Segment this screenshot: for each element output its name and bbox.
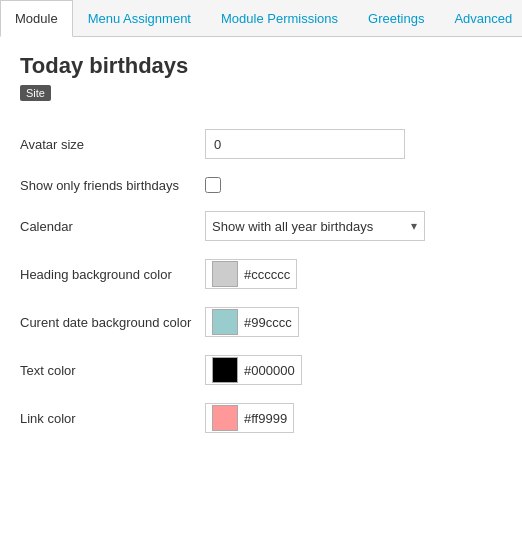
show-only-friends-label: Show only friends birthdays (20, 178, 205, 193)
site-badge: Site (20, 85, 51, 101)
heading-bg-color-swatch (212, 261, 238, 287)
tab-advanced[interactable]: Advanced (439, 0, 522, 37)
avatar-size-row: Avatar size (20, 129, 502, 159)
avatar-size-label: Avatar size (20, 137, 205, 152)
current-date-bg-color-picker[interactable]: #99cccc (205, 307, 299, 337)
page-title: Today birthdays (20, 53, 502, 79)
text-color-value: #000000 (244, 363, 295, 378)
link-color-picker[interactable]: #ff9999 (205, 403, 294, 433)
calendar-label: Calendar (20, 219, 205, 234)
link-color-value: #ff9999 (244, 411, 287, 426)
tab-menu-assignment[interactable]: Menu Assignment (73, 0, 206, 37)
text-color-label: Text color (20, 363, 205, 378)
avatar-size-input[interactable] (205, 129, 405, 159)
current-date-bg-color-row: Curent date background color #99cccc (20, 307, 502, 337)
current-date-bg-color-swatch (212, 309, 238, 335)
form-section: Avatar size Show only friends birthdays … (20, 129, 502, 433)
link-color-swatch (212, 405, 238, 431)
heading-bg-color-picker[interactable]: #cccccc (205, 259, 297, 289)
heading-bg-color-value: #cccccc (244, 267, 290, 282)
tab-module-permissions[interactable]: Module Permissions (206, 0, 353, 37)
show-only-friends-checkbox[interactable] (205, 177, 221, 193)
text-color-picker[interactable]: #000000 (205, 355, 302, 385)
heading-bg-color-row: Heading background color #cccccc (20, 259, 502, 289)
current-date-bg-color-value: #99cccc (244, 315, 292, 330)
text-color-swatch (212, 357, 238, 383)
link-color-label: Link color (20, 411, 205, 426)
calendar-row: Calendar Show with all year birthdays Sh… (20, 211, 502, 241)
link-color-row: Link color #ff9999 (20, 403, 502, 433)
current-date-bg-color-label: Curent date background color (20, 315, 205, 330)
heading-bg-color-label: Heading background color (20, 267, 205, 282)
calendar-select-wrapper: Show with all year birthdays Show only t… (205, 211, 425, 241)
text-color-row: Text color #000000 (20, 355, 502, 385)
tab-bar: Module Menu Assignment Module Permission… (0, 0, 522, 37)
show-only-friends-row: Show only friends birthdays (20, 177, 502, 193)
content-area: Today birthdays Site Avatar size Show on… (0, 37, 522, 467)
tab-module[interactable]: Module (0, 0, 73, 37)
tab-greetings[interactable]: Greetings (353, 0, 439, 37)
calendar-select[interactable]: Show with all year birthdays Show only t… (205, 211, 425, 241)
